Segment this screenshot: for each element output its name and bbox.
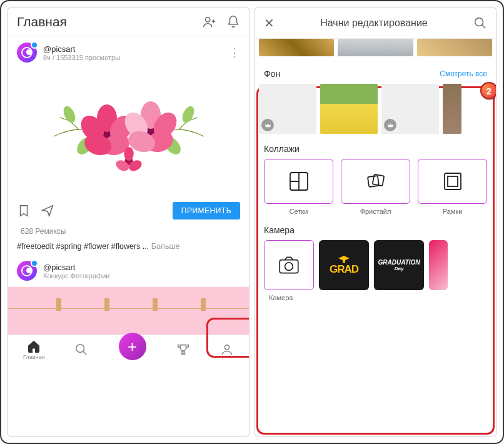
close-icon[interactable]: ✕ (264, 16, 275, 31)
section-collage: Коллажи (255, 134, 496, 159)
bg-row (255, 84, 496, 134)
svg-point-1 (61, 104, 77, 124)
svg-point-22 (224, 345, 229, 350)
template-graduation[interactable]: GRADUATIONDay (374, 240, 424, 290)
section-bg: Фон Смотреть все (255, 59, 496, 84)
post-meta: 8ч / 1553315 просмотры (43, 54, 223, 61)
thumb[interactable] (338, 39, 413, 56)
thumb[interactable] (259, 39, 334, 56)
svg-rect-27 (445, 173, 461, 189)
camera-label: Камера (255, 290, 496, 305)
remix-count[interactable]: 628 Ремиксы (8, 225, 249, 238)
edit-header: ✕ Начни редактирование (255, 8, 496, 39)
nav-challenges[interactable] (176, 343, 190, 356)
bg-thumb[interactable] (443, 84, 461, 134)
more-link[interactable]: Больше (151, 242, 180, 251)
post2-image[interactable] (8, 287, 249, 335)
bg-thumb[interactable] (320, 84, 378, 134)
post-image[interactable] (8, 69, 249, 197)
left-screen: Главная @picsart 8ч / 1553315 просмотры … (8, 8, 249, 436)
bell-icon[interactable] (226, 15, 240, 29)
add-friend-icon[interactable] (203, 15, 216, 29)
svg-point-30 (285, 263, 293, 271)
search-icon[interactable] (473, 16, 487, 30)
svg-point-18 (124, 146, 133, 160)
svg-point-2 (179, 104, 196, 124)
top-thumbs (255, 39, 496, 59)
svg-point-23 (475, 18, 483, 26)
svg-rect-28 (448, 176, 458, 186)
camera-button[interactable] (264, 240, 314, 290)
right-screen: ✕ Начни редактирование 2 Фон Смотреть вс… (255, 8, 496, 436)
page-title: Главная (17, 14, 67, 29)
post-tags[interactable]: #freetoedit #spring #flower #flowers ...… (8, 238, 249, 255)
section-camera: Камера (255, 215, 496, 240)
collage-grids[interactable]: Сетки (264, 159, 333, 215)
more-icon[interactable]: ⋮ (229, 46, 240, 59)
bg-thumb[interactable] (381, 84, 439, 134)
nav-home[interactable]: Главная (23, 340, 44, 360)
nav-profile[interactable] (220, 343, 234, 356)
see-all-link[interactable]: Смотреть все (440, 69, 487, 78)
svg-point-21 (76, 345, 84, 353)
bg-thumb[interactable] (259, 84, 316, 134)
edit-title: Начни редактирование (281, 18, 467, 29)
avatar[interactable] (17, 261, 37, 281)
nav-search[interactable] (74, 343, 88, 356)
collage-frames[interactable]: Рамки (418, 159, 487, 215)
main-header: Главная (8, 8, 249, 36)
username[interactable]: @picsart (43, 263, 240, 272)
svg-rect-31 (343, 260, 345, 263)
post2-header: @picsart Конкурс Фотографии (8, 255, 249, 287)
collage-row: Сетки Фристайл Рамки (255, 159, 496, 215)
fab-wrap: + 1 (119, 339, 146, 360)
bookmark-icon[interactable] (17, 204, 31, 218)
username[interactable]: @picsart (43, 44, 223, 54)
post-header: @picsart 8ч / 1553315 просмотры ⋮ (8, 36, 249, 69)
create-fab[interactable]: + (119, 333, 146, 360)
post-actions: ПРИМЕНИТЬ (8, 197, 249, 225)
premium-icon (384, 119, 396, 131)
bottom-nav: Главная + 1 (8, 335, 249, 361)
template-flower[interactable] (429, 240, 448, 290)
collage-freestyle[interactable]: Фристайл (341, 159, 410, 215)
share-icon[interactable] (41, 204, 54, 218)
thumb[interactable] (417, 39, 492, 56)
apply-button[interactable]: ПРИМЕНИТЬ (173, 202, 240, 219)
svg-rect-29 (280, 260, 298, 273)
avatar[interactable] (17, 43, 37, 63)
premium-icon (261, 119, 274, 131)
post-meta: Конкурс Фотографии (43, 272, 240, 280)
svg-point-0 (206, 18, 210, 22)
camera-row: GRAD GRADUATIONDay (255, 240, 496, 290)
template-grad[interactable]: GRAD (319, 240, 369, 290)
